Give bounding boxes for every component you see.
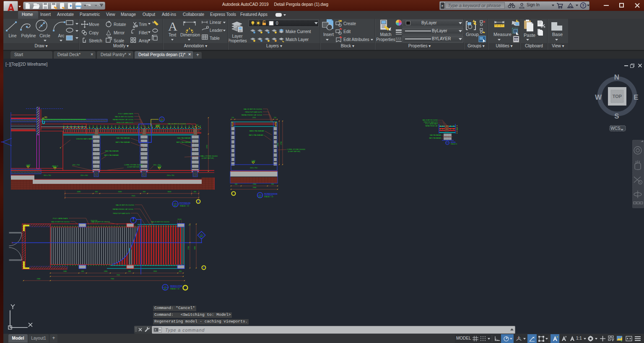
svg-text:POLY CARBONATE: POLY CARBONATE (118, 113, 133, 115)
svg-text:PERBESARAN: PERBESARAN (264, 193, 278, 195)
svg-text:200 x 750: 200 x 750 (153, 164, 161, 166)
svg-text:PAPAN FINISH CAT: PAPAN FINISH CAT (425, 125, 438, 127)
svg-text:-BASE LT: -BASE LT (52, 165, 58, 167)
svg-text:A-05: A-05 (161, 120, 163, 121)
svg-text:150: 150 (231, 117, 234, 119)
svg-text:BATU PALIMANAN: BATU PALIMANAN (429, 137, 441, 139)
svg-text:NAD PALIMANAN: NAD PALIMANAN (177, 137, 191, 139)
svg-text:+0.000: +0.000 (26, 164, 31, 166)
svg-text:150: 150 (457, 128, 458, 130)
svg-text:400: 400 (128, 271, 131, 272)
svg-text:400: 400 (95, 191, 98, 193)
svg-text:POLY CARBONATE: POLY CARBONATE (53, 217, 68, 219)
svg-text:400: 400 (179, 271, 182, 272)
svg-text:7925: 7925 (132, 195, 136, 197)
svg-text:200 x 750: 200 x 750 (72, 164, 80, 166)
svg-text:7900: 7900 (111, 278, 114, 280)
svg-text:2250: 2250 (277, 143, 279, 146)
svg-text:1: 1 (165, 286, 166, 287)
svg-text:2700: 2700 (188, 246, 190, 250)
svg-text:150 50: 150 50 (177, 219, 182, 220)
svg-text:N: N (614, 73, 619, 81)
svg-text:BALOK BETON 100/200: BALOK BETON 100/200 (91, 221, 110, 223)
svg-text:1: 1 (161, 118, 162, 119)
svg-text:PENUTUP KAIN 50/70: PENUTUP KAIN 50/70 (424, 121, 438, 123)
svg-text:400: 400 (81, 271, 84, 272)
svg-text:W: W (595, 93, 602, 101)
svg-text:BALOK BETON 150/200: BALOK BETON 150/200 (151, 221, 170, 223)
svg-text:B: B (133, 220, 134, 222)
svg-text:2620: 2620 (153, 271, 157, 272)
svg-text:200 x 500: 200 x 500 (80, 174, 88, 176)
svg-text:300: 300 (235, 183, 237, 185)
svg-text:PENUTUP KAIN 50/70: PENUTUP KAIN 50/70 (116, 121, 133, 124)
svg-text:BATU PALIMANAN: BATU PALIMANAN (249, 134, 263, 136)
svg-text:7925: 7925 (117, 274, 120, 276)
svg-text:BALOK BETON 150/300: BALOK BETON 150/300 (423, 119, 438, 121)
svg-text:BALOK BETON 150/300: BALOK BETON 150/300 (168, 123, 187, 125)
svg-text:1460: 1460 (63, 271, 67, 272)
svg-text:4485: 4485 (77, 191, 81, 193)
svg-text:200 x 750: 200 x 750 (250, 167, 257, 169)
svg-text:(LIGHT BETUR): (LIGHT BETUR) (202, 157, 214, 159)
svg-text:NAD PALIMANAN: NAD PALIMANAN (117, 137, 130, 139)
svg-text:2300: 2300 (253, 183, 256, 185)
svg-text:+0.150: +0.150 (156, 124, 160, 126)
svg-text:(LIGHT BETUR): (LIGHT BETUR) (127, 166, 140, 168)
svg-text:2450: 2450 (104, 271, 107, 272)
svg-text:2700: 2700 (206, 144, 208, 149)
svg-text:SKALA 1 : 20: SKALA 1 : 20 (170, 288, 179, 290)
svg-text:400: 400 (143, 191, 146, 193)
svg-text:BAND PALIMANAN: BAND PALIMANAN (249, 130, 264, 132)
svg-text:3430: 3430 (118, 191, 122, 193)
svg-text:S: S (614, 112, 619, 120)
svg-text:A-05: A-05 (164, 288, 166, 290)
svg-text:BALOK BETON 150/300: BALOK BETON 150/300 (115, 116, 134, 118)
svg-text:BATU PALIMANAN: BATU PALIMANAN (116, 141, 130, 143)
svg-text:SKALA 1 : 20: SKALA 1 : 20 (264, 196, 273, 198)
svg-text:POTONGAN: POTONGAN (179, 202, 190, 204)
svg-text:150: 150 (196, 124, 198, 126)
svg-text:PAPAN FINISH CAT 20/100: PAPAN FINISH CAT 20/100 (113, 119, 134, 121)
svg-text:PENUTUP KAIN 50/70: PENUTUP KAIN 50/70 (245, 111, 262, 113)
svg-text:-1.400: -1.400 (251, 160, 255, 162)
svg-text:PAPAN FINISH CAT 20/100: PAPAN FINISH CAT 20/100 (113, 208, 134, 210)
svg-text:TOP: TOP (613, 94, 622, 99)
svg-text:400: 400 (194, 191, 197, 193)
svg-text:300 x 750: 300 x 750 (44, 174, 51, 176)
svg-text:DENAH ATAS: DENAH ATAS (170, 285, 182, 287)
svg-text:BALOK BETON 150/300: BALOK BETON 150/300 (244, 108, 262, 110)
svg-text:2300: 2300 (37, 278, 40, 280)
svg-text:300: 300 (271, 183, 274, 185)
svg-text:3630: 3630 (168, 191, 172, 193)
svg-text:2250: 2250 (252, 117, 256, 119)
svg-text:A-05: A-05 (174, 205, 177, 206)
svg-text:2: 2 (201, 234, 202, 235)
svg-text:2700: 2700 (280, 142, 282, 145)
svg-text:3000: 3000 (194, 246, 196, 250)
svg-text:A-05: A-05 (200, 236, 203, 237)
svg-text:1: 1 (175, 202, 176, 204)
svg-text:NAD PALIMANAN: NAD PALIMANAN (430, 134, 441, 136)
svg-text:150: 150 (188, 224, 190, 226)
svg-text:E: E (634, 93, 638, 101)
svg-text:POLY CARBONATE: POLY CARBONATE (425, 123, 438, 125)
svg-text:WCS: WCS (610, 126, 621, 131)
svg-text:(LIGHT BETUR): (LIGHT BETUR) (288, 150, 301, 152)
svg-text:BATU PALIMANAN: BATU PALIMANAN (104, 154, 119, 156)
svg-text:200 x 750: 200 x 750 (167, 174, 174, 176)
svg-text:NAD PALIMANAN: NAD PALIMANAN (105, 150, 119, 152)
svg-text:PENUTUP KAIN 50/70: PENUTUP KAIN 50/70 (113, 212, 130, 214)
svg-text:BALOK BETON 150/100: BALOK BETON 150/100 (51, 221, 70, 223)
svg-text:SKALA 1:10: SKALA 1:10 (451, 143, 457, 145)
svg-text:PAPAN FINISH CAT 20/100: PAPAN FINISH CAT 20/100 (242, 114, 262, 116)
svg-text:A-05: A-05 (259, 196, 261, 198)
svg-text:BALOK BETON 150/300: BALOK BETON 150/300 (116, 204, 135, 206)
svg-text:RD: RD (44, 116, 47, 119)
svg-text:1: 1 (260, 193, 260, 195)
svg-text:SKALA 1 : 20: SKALA 1 : 20 (180, 205, 189, 207)
svg-text:BATU PALIMANAN: BATU PALIMANAN (177, 141, 191, 143)
svg-text:2900: 2900 (253, 187, 256, 188)
svg-text:DINDING BATU BATA: DINDING BATU BATA (76, 138, 93, 140)
svg-text:150: 150 (274, 117, 276, 119)
